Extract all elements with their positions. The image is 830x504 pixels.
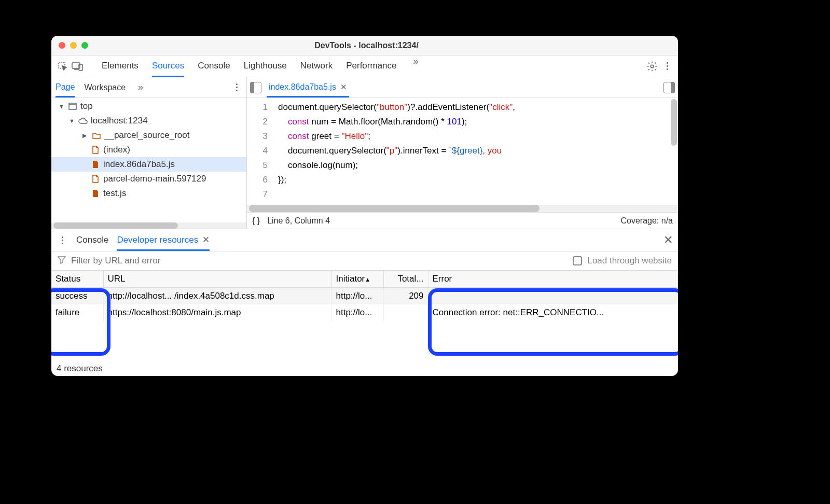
- navigator-more-icon[interactable]: »: [135, 82, 146, 93]
- drawer-kebab-icon[interactable]: [57, 236, 68, 244]
- minimize-window-button[interactable]: [70, 42, 77, 49]
- tab-network[interactable]: Network: [300, 56, 333, 76]
- devtools-window: DevTools - localhost:1234/ Elements Sour…: [51, 36, 678, 376]
- editor-pane: index.86da7ba5.js ✕ 1234567 document.que…: [247, 77, 678, 229]
- col-total[interactable]: Total...: [383, 271, 428, 288]
- col-initiator[interactable]: Initiator▲: [331, 271, 383, 288]
- editor-tabs: index.86da7ba5.js ✕: [247, 77, 678, 98]
- tree-top[interactable]: ▼ top: [51, 99, 246, 114]
- tree-origin[interactable]: ▼ localhost:1234: [51, 114, 246, 128]
- filter-input[interactable]: [71, 256, 568, 266]
- inspect-icon[interactable]: [57, 60, 69, 73]
- navigator-pane: Page Workspace » ▼ top ▼ localhost:1234: [51, 77, 247, 229]
- tree-file-label: test.js: [103, 188, 126, 199]
- tree-origin-label: localhost:1234: [91, 116, 148, 126]
- table-row[interactable]: failure https://localhost:8080/main.js.m…: [51, 304, 678, 321]
- resources-table: Status URL Initiator▲ Total... Error suc…: [51, 271, 678, 321]
- window-title: DevTools - localhost:1234/: [88, 41, 645, 50]
- file-tree: ▼ top ▼ localhost:1234 ▶ __parcel_source…: [51, 98, 246, 229]
- navigator-kebab-icon[interactable]: [231, 83, 242, 91]
- folder-icon: [92, 131, 101, 140]
- sort-asc-icon: ▲: [365, 276, 370, 283]
- kebab-menu-icon[interactable]: [661, 62, 673, 70]
- editor-status-bar: { } Line 6, Column 4 Coverage: n/a: [247, 212, 678, 229]
- col-url[interactable]: URL: [103, 271, 331, 288]
- tree-file-label: parcel-demo-main.597129: [103, 174, 206, 184]
- cloud-icon: [78, 116, 88, 125]
- code-content[interactable]: document.querySelector("button")?.addEve…: [273, 98, 678, 205]
- cursor-position: Line 6, Column 4: [267, 216, 330, 226]
- navigator-tab-page[interactable]: Page: [56, 78, 75, 97]
- zoom-window-button[interactable]: [81, 42, 88, 49]
- pretty-print-icon[interactable]: { }: [252, 216, 260, 226]
- code-editor[interactable]: 1234567 document.querySelector("button")…: [247, 98, 678, 205]
- line-gutter: 1234567: [247, 98, 273, 205]
- svg-point-3: [651, 65, 654, 68]
- navigator-tab-workspace[interactable]: Workspace: [84, 79, 126, 96]
- more-tabs-icon[interactable]: »: [410, 56, 422, 76]
- load-through-label: Load through website: [587, 256, 672, 266]
- tree-folder-label: __parcel_source_root: [104, 130, 189, 141]
- col-error[interactable]: Error: [428, 271, 678, 288]
- close-drawer-tab-icon[interactable]: ✕: [202, 234, 210, 245]
- drawer-tabs: Console Developer resources ✕ ✕: [51, 229, 678, 251]
- js-file-icon: [91, 189, 100, 198]
- drawer-tab-label: Developer resources: [117, 235, 198, 245]
- titlebar: DevTools - localhost:1234/: [51, 36, 678, 55]
- drawer-tab-console[interactable]: Console: [76, 231, 108, 249]
- tree-file-label: (index): [103, 145, 130, 155]
- editor-tab-active[interactable]: index.86da7ba5.js ✕: [267, 78, 349, 97]
- close-tab-icon[interactable]: ✕: [340, 82, 347, 92]
- main-toolbar: Elements Sources Console Lighthouse Netw…: [51, 55, 678, 77]
- panel-tabs: Elements Sources Console Lighthouse Netw…: [96, 56, 643, 76]
- resources-table-area: Status URL Initiator▲ Total... Error suc…: [51, 271, 678, 361]
- settings-gear-icon[interactable]: [645, 59, 659, 74]
- document-icon: [91, 174, 100, 184]
- tree-file-js-selected[interactable]: index.86da7ba5.js: [51, 157, 246, 172]
- tree-folder[interactable]: ▶ __parcel_source_root: [51, 128, 246, 143]
- close-window-button[interactable]: [59, 42, 65, 49]
- tab-console[interactable]: Console: [198, 56, 230, 76]
- tab-performance[interactable]: Performance: [346, 56, 396, 76]
- sources-panel: Page Workspace » ▼ top ▼ localhost:1234: [51, 77, 678, 229]
- show-debugger-icon[interactable]: [663, 82, 675, 93]
- document-icon: [91, 145, 100, 155]
- js-file-icon: [91, 160, 100, 169]
- drawer: Console Developer resources ✕ ✕ Load thr…: [51, 229, 678, 376]
- resources-footer: 4 resources: [51, 361, 678, 376]
- filter-bar: Load through website: [51, 251, 678, 271]
- traffic-lights: [59, 42, 88, 49]
- tree-top-label: top: [80, 101, 93, 111]
- window-icon: [68, 102, 77, 111]
- tree-file-test[interactable]: test.js: [51, 186, 246, 201]
- close-drawer-icon[interactable]: ✕: [663, 233, 673, 247]
- svg-rect-4: [69, 103, 76, 109]
- editor-tab-label: index.86da7ba5.js: [269, 82, 336, 92]
- editor-vscroll[interactable]: [671, 99, 677, 146]
- tab-sources[interactable]: Sources: [152, 56, 184, 77]
- device-toolbar-icon[interactable]: [71, 60, 84, 73]
- tree-file-parcel[interactable]: parcel-demo-main.597129: [51, 172, 246, 186]
- load-through-checkbox[interactable]: [573, 256, 582, 265]
- drawer-tab-devresources[interactable]: Developer resources ✕: [117, 230, 210, 251]
- editor-hscroll[interactable]: [247, 205, 678, 212]
- tree-file-index[interactable]: (index): [51, 143, 246, 157]
- navigator-hscroll[interactable]: [51, 222, 246, 229]
- show-navigator-icon[interactable]: [250, 82, 261, 93]
- tab-elements[interactable]: Elements: [102, 56, 139, 76]
- col-status[interactable]: Status: [51, 271, 103, 288]
- filter-icon: [58, 256, 66, 267]
- coverage-label: Coverage: n/a: [620, 216, 673, 226]
- navigator-tabs: Page Workspace »: [51, 77, 246, 98]
- tab-lighthouse[interactable]: Lighthouse: [244, 56, 287, 76]
- tree-file-label: index.86da7ba5.js: [103, 159, 175, 170]
- svg-rect-2: [79, 64, 82, 71]
- table-row[interactable]: success http://localhost... /index.4a508…: [51, 288, 678, 305]
